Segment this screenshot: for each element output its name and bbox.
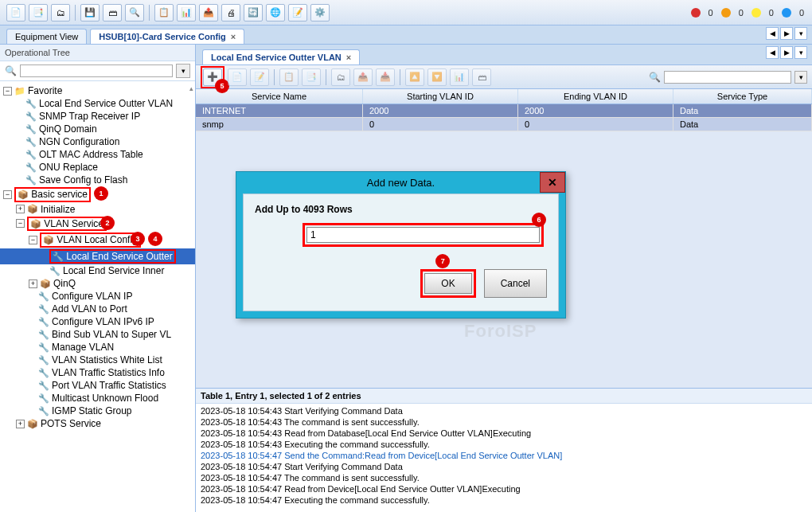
tree-node-vlan-service[interactable]: − 📦 VLAN Service 2	[0, 216, 195, 233]
col-starting-vlan[interactable]: Starting VLAN ID	[363, 89, 518, 104]
expand-icon[interactable]: +	[16, 205, 25, 213]
content-area: Local End Service Outter VLAN× ◀ ▶ ▾ ➕5 …	[196, 45, 812, 512]
scroll-up-icon[interactable]: ▴	[189, 84, 193, 92]
tree-node-fav-4[interactable]: 🔧OLT MAC Address Table	[0, 148, 195, 161]
tree-node-basic-service[interactable]: − 📦 Basic service 1	[0, 186, 195, 203]
tab-menu-button[interactable]: ▾	[794, 27, 807, 40]
dialog-close-button[interactable]: ✕	[540, 172, 565, 193]
expand-icon[interactable]: +	[29, 279, 37, 288]
tree-node-vlan-6[interactable]: 🔧VLAN Traffic Statistics Info	[0, 366, 195, 379]
toolbar-btn-2[interactable]: 📑	[29, 4, 48, 21]
log-header: Table 1, Entry 1, selected 1 of 2 entrie…	[196, 389, 812, 404]
toolbar-btn[interactable]: 📥	[376, 68, 395, 86]
toolbar-btn[interactable]: 🗂	[331, 68, 350, 86]
tab-label: Equipment View	[15, 32, 78, 41]
toolbar-btn[interactable]: 📤	[353, 68, 373, 86]
tree-node-fav-2[interactable]: 🔧QinQ Domain	[0, 123, 195, 135]
sidebar-search-dropdown[interactable]: ▾	[176, 64, 190, 78]
log-panel: Table 1, Entry 1, selected 1 of 2 entrie…	[196, 388, 812, 512]
collapse-icon[interactable]: −	[29, 236, 37, 244]
wrench-icon: 🔧	[25, 111, 37, 122]
tree-node-vlan-4[interactable]: 🔧Manage VLAN	[0, 341, 195, 354]
tree-node-vlan-5[interactable]: 🔧VLAN Statistics White List	[0, 354, 195, 366]
sidebar-header: Operational Tree	[0, 45, 195, 61]
tree-node-local-end-outter[interactable]: 🔧 Local End Service Outter	[0, 248, 195, 265]
tree-node-vlan-8[interactable]: 🔧Multicast Unknown Flood	[0, 392, 195, 405]
tree-node-favorite[interactable]: − 📁 Favorite	[0, 84, 195, 97]
toolbar-btn-4[interactable]: 💾	[80, 4, 100, 21]
tree-node-qinq[interactable]: +📦QinQ	[0, 277, 195, 290]
toolbar-btn[interactable]: 📊	[450, 68, 469, 86]
rows-input[interactable]	[306, 227, 540, 243]
tab-next-button[interactable]: ▶	[780, 46, 793, 59]
toolbar-btn-12[interactable]: 🌐	[266, 4, 285, 21]
tree-node-initialize[interactable]: +📦Initialize	[0, 203, 195, 216]
tree-node-fav-0[interactable]: 🔧Local End Service Outter VLAN	[0, 97, 195, 110]
main-tab-row: Equipment View HSUB[10]-Card Service Con…	[0, 25, 812, 45]
toolbar-btn-9[interactable]: 📤	[199, 4, 218, 21]
tab-prev-button[interactable]: ◀	[766, 27, 779, 40]
wrench-icon: 🔧	[38, 303, 49, 315]
collapse-icon[interactable]: −	[3, 190, 12, 199]
tree-node-vlan-1[interactable]: 🔧Add VLAN to Port	[0, 303, 195, 315]
tree-node-fav-5[interactable]: 🔧ONU Replace	[0, 161, 195, 174]
content-search-input[interactable]	[664, 71, 791, 84]
expand-icon[interactable]: +	[16, 420, 25, 428]
toolbar-btn-14[interactable]: ⚙️	[310, 4, 330, 21]
toolbar-btn[interactable]: 📑	[302, 68, 321, 86]
toolbar-btn[interactable]: 🗃	[472, 68, 491, 86]
log-line: 2023-05-18 10:54:47 Executing the comman…	[201, 494, 807, 506]
col-ending-vlan[interactable]: Ending VLAN ID	[518, 89, 673, 104]
close-icon[interactable]: ×	[231, 32, 236, 41]
toolbar-btn-8[interactable]: 📊	[177, 4, 196, 21]
table-row[interactable]: INTERNET 2000 2000 Data	[196, 104, 812, 118]
content-tab-outter-vlan[interactable]: Local End Service Outter VLAN×	[202, 49, 360, 64]
toolbar-btn-13[interactable]: 📝	[288, 4, 307, 21]
sidebar-search-input[interactable]	[20, 64, 173, 77]
tab-prev-button[interactable]: ◀	[766, 46, 779, 59]
tree-node-fav-6[interactable]: 🔧Save Config to Flash	[0, 174, 195, 186]
toolbar-btn[interactable]: 📄	[228, 68, 247, 86]
tree-node-fav-3[interactable]: 🔧NGN Configuration	[0, 135, 195, 148]
col-service-type[interactable]: Service Type	[673, 89, 812, 104]
collapse-icon[interactable]: −	[3, 87, 12, 96]
toolbar-btn[interactable]: 📝	[250, 68, 269, 86]
tree-node-vlan-9[interactable]: 🔧IGMP Static Group	[0, 405, 195, 417]
cell: Data	[673, 104, 812, 117]
tree-node-vlan-3[interactable]: 🔧Bind Sub VLAN to Super VL	[0, 328, 195, 341]
table-row[interactable]: snmp 0 0 Data	[196, 118, 812, 131]
tab-card-service-config[interactable]: HSUB[10]-Card Service Config×	[90, 29, 244, 44]
toolbar-btn-11[interactable]: 🔄	[244, 4, 263, 21]
collapse-icon[interactable]: −	[16, 219, 25, 228]
toolbar-btn[interactable]: 🔼	[405, 68, 424, 86]
close-icon[interactable]: ×	[346, 53, 351, 62]
tree-node-vlan-0[interactable]: 🔧Configure VLAN IP	[0, 290, 195, 303]
toolbar-btn-6[interactable]: 🔍	[125, 4, 144, 21]
tab-equipment-view[interactable]: Equipment View	[6, 29, 87, 44]
tab-menu-button[interactable]: ▾	[794, 46, 807, 59]
log-lines[interactable]: 2023-05-18 10:54:43 Start Verifying Comm…	[196, 404, 812, 507]
wrench-icon: 🔧	[38, 342, 49, 353]
tab-next-button[interactable]: ▶	[780, 27, 793, 40]
tree-label: Bind Sub VLAN to Super VL	[52, 329, 171, 340]
tree-node-fav-1[interactable]: 🔧SNMP Trap Receiver IP	[0, 110, 195, 123]
tree-node-vlan-7[interactable]: 🔧Port VLAN Traffic Statistics	[0, 379, 195, 392]
tree-label: VLAN Traffic Statistics Info	[52, 367, 165, 378]
toolbar-btn[interactable]: 📋	[279, 68, 299, 86]
toolbar-btn[interactable]: 🔽	[427, 68, 447, 86]
content-canvas: Add new Data. ✕ Add Up to 4093 Rows 6 Fo…	[196, 131, 812, 388]
toolbar-btn-7[interactable]: 📋	[154, 4, 174, 21]
tree-node-pots-service[interactable]: +📦POTS Service	[0, 417, 195, 430]
toolbar-btn-5[interactable]: 🗃	[103, 4, 122, 21]
cancel-button[interactable]: Cancel	[484, 269, 547, 298]
tree-node-local-end-inner[interactable]: 🔧Local End Service Inner	[0, 264, 195, 277]
ok-button[interactable]: OK	[424, 273, 471, 294]
toolbar-btn-3[interactable]: 🗂	[51, 4, 70, 21]
toolbar-btn-10[interactable]: 🖨	[221, 4, 240, 21]
dialog-title-bar[interactable]: Add new Data. ✕	[236, 172, 565, 193]
cell: INTERNET	[196, 104, 363, 117]
tree-node-vlan-2[interactable]: 🔧Configure VLAN IPv6 IP	[0, 315, 195, 328]
search-dropdown[interactable]: ▾	[794, 71, 807, 84]
tree-node-vlan-local-config[interactable]: − 📦 VLAN Local Config 3 4	[0, 232, 195, 248]
toolbar-btn-1[interactable]: 📄	[6, 4, 25, 21]
